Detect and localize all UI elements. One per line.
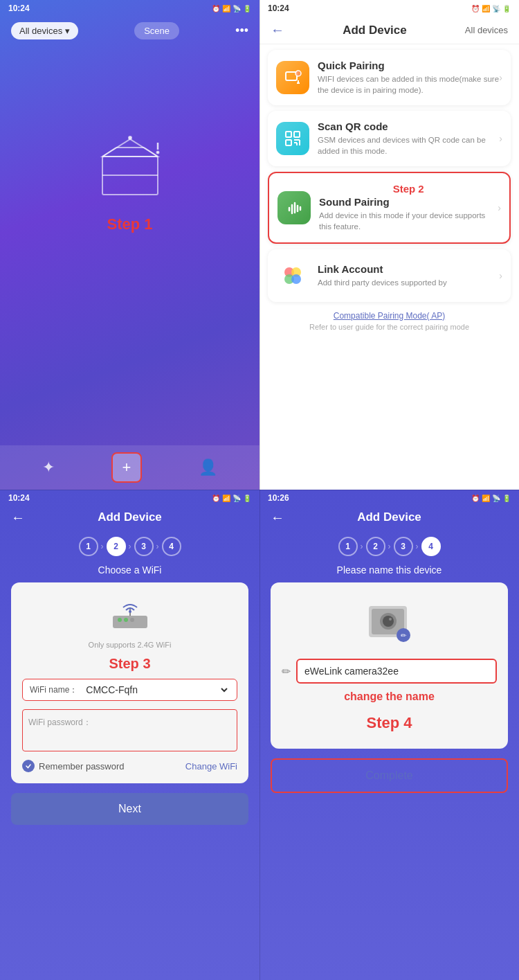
router-icon — [22, 594, 237, 638]
add-device-screen: 10:24 ⏰ 📶 📡 🔋 ← Add Device All devices — [260, 0, 519, 490]
empty-state-area: Step 1 — [0, 125, 260, 233]
step-circle-1: 1 — [338, 537, 358, 556]
svg-point-10 — [295, 71, 301, 76]
link-account-card[interactable]: Link Account Add third party devices sup… — [268, 249, 511, 302]
wifi-password-box: WiFi password： — [22, 709, 237, 751]
step-arrow: › — [388, 542, 391, 551]
box-icon — [82, 125, 179, 202]
status-icons-q4: ⏰ 📶 📡 🔋 — [471, 495, 511, 502]
svg-point-34 — [130, 618, 134, 622]
all-devices-link[interactable]: All devices — [465, 25, 508, 35]
all-devices-button[interactable]: All devices ▾ — [11, 22, 78, 39]
status-icons-q2: ⏰ 📶 📡 🔋 — [471, 5, 511, 12]
q3-header: ← Add Device — [0, 506, 260, 528]
step-arrow: › — [129, 542, 131, 551]
step-circle-3: 3 — [134, 537, 154, 556]
wifi-password-label: WiFi password： — [28, 718, 91, 727]
device-name-input[interactable] — [296, 659, 497, 684]
svg-point-32 — [118, 618, 122, 622]
wifi-name-row: WiFi name： CMCC-Fqfn — [22, 679, 237, 701]
time-q3: 10:24 — [8, 493, 30, 503]
alarm-icon: ⏰ — [212, 5, 220, 12]
svg-point-38 — [383, 616, 394, 627]
complete-button[interactable]: Complete — [271, 758, 508, 793]
compatible-link[interactable]: Compatible Pairing Mode( AP) — [260, 309, 519, 321]
battery-icon: 🔋 — [502, 5, 511, 12]
svg-rect-29 — [113, 616, 147, 628]
supports-text: Only supports 2.4G WiFi — [22, 641, 237, 649]
change-wifi-button[interactable]: Change WiFi — [185, 761, 237, 772]
svg-rect-14 — [294, 132, 300, 137]
q4-title: Add Device — [357, 510, 421, 524]
step-circle-3: 3 — [394, 537, 413, 556]
pencil-icon: ✏ — [282, 665, 291, 678]
step-label-text-q4: Please name this device — [260, 564, 519, 576]
compatible-hint: Refer to user guide for the correct pair… — [260, 323, 519, 331]
home-screen: 10:24 ⏰ 📶 📡 🔋 All devices ▾ Scene ••• — [0, 0, 260, 490]
svg-point-28 — [291, 274, 301, 284]
scene-button[interactable]: Scene — [134, 22, 179, 39]
q1-header: All devices ▾ Scene ••• — [0, 19, 260, 42]
bottom-nav: ✦ + 👤 — [0, 445, 260, 490]
step-indicator-q3: 1 › 2 › 3 › 4 — [0, 537, 260, 556]
step-circle-4: 4 — [162, 537, 181, 556]
complete-btn-wrap: Complete — [271, 758, 508, 793]
wifi-config-screen: 10:24 ⏰ 📶 📡 🔋 ← Add Device 1 › 2 › 3 — [0, 490, 260, 980]
battery-icon: 🔋 — [243, 5, 251, 12]
wifi-password-input[interactable] — [28, 729, 231, 745]
step-circle-4: 4 — [421, 537, 441, 556]
wifi-name-label: WiFi name： — [30, 684, 78, 696]
step-arrow: › — [156, 542, 159, 551]
name-device-screen: 10:26 ⏰ 📶 📡 🔋 ← Add Device 1 › 2 › 3 — [260, 490, 519, 980]
svg-point-7 — [156, 152, 158, 154]
quick-pairing-body: Quick Pairing WIFI devices can be added … — [318, 60, 499, 96]
add-device-button[interactable]: + — [111, 452, 142, 483]
more-button[interactable]: ••• — [235, 24, 248, 38]
wifi-password-row: WiFi password： — [22, 709, 237, 751]
next-button[interactable]: Next — [11, 793, 248, 825]
status-icons-q3: ⏰ 📶 📡 🔋 — [212, 495, 251, 502]
name-input-row: ✏ — [282, 659, 497, 684]
svg-rect-15 — [286, 140, 291, 145]
alarm-icon: ⏰ — [471, 495, 480, 502]
remember-password-label: Remember password — [39, 761, 125, 772]
q3-title: Add Device — [98, 510, 162, 524]
back-button-q4[interactable]: ← — [271, 510, 284, 526]
svg-point-5 — [129, 136, 131, 139]
step-arrow: › — [361, 542, 363, 551]
quick-pairing-card[interactable]: Quick Pairing WIFI devices can be added … — [268, 50, 511, 105]
wifi-config-card: Only supports 2.4G WiFi Step 3 WiFi name… — [11, 582, 248, 783]
q4-header: ← Add Device — [260, 506, 519, 528]
sound-pairing-icon — [277, 191, 311, 224]
step-circle-2: 2 — [366, 537, 385, 556]
chevron-right-icon: › — [498, 202, 501, 213]
scan-qr-card[interactable]: Scan QR code GSM devices and devices wit… — [268, 111, 511, 166]
sound-pairing-card[interactable]: Step 2 Sound Pairing Add device in this … — [268, 172, 511, 243]
step-label-text-q3: Choose a WiFi — [0, 564, 260, 576]
chevron-right-icon: › — [499, 72, 502, 83]
status-bar-q4: 10:26 ⏰ 📶 📡 🔋 — [260, 490, 519, 506]
alarm-icon: ⏰ — [471, 5, 480, 12]
status-bar-q2: 10:24 ⏰ 📶 📡 🔋 — [260, 0, 519, 17]
device-icon: ✏ — [362, 599, 417, 648]
time-q4: 10:26 — [268, 493, 289, 503]
chevron-right-icon: › — [499, 133, 502, 144]
step-indicator-q4: 1 › 2 › 3 › 4 — [260, 537, 519, 556]
step4-label: Step 4 — [282, 714, 497, 732]
alarm-icon: ⏰ — [212, 495, 220, 502]
profile-icon[interactable]: 👤 — [199, 458, 217, 476]
change-name-label: change the name — [282, 691, 497, 703]
step3-label: Step 3 — [22, 656, 237, 672]
svg-point-39 — [389, 618, 392, 621]
link-account-body: Link Account Add third party devices sup… — [318, 263, 499, 288]
name-device-card: ✏ ✏ change the name Step 4 — [271, 582, 508, 749]
link-account-icon — [276, 259, 309, 292]
back-button-q2[interactable]: ← — [271, 22, 284, 38]
home-icon[interactable]: ✦ — [42, 458, 55, 476]
svg-rect-13 — [286, 132, 291, 137]
remember-checkbox[interactable] — [22, 760, 35, 772]
back-button-q3[interactable]: ← — [11, 510, 25, 526]
wifi-icon: 📡 — [492, 5, 500, 12]
wifi-name-select[interactable]: CMCC-Fqfn — [83, 684, 230, 696]
device-icon-area: ✏ — [282, 599, 497, 648]
